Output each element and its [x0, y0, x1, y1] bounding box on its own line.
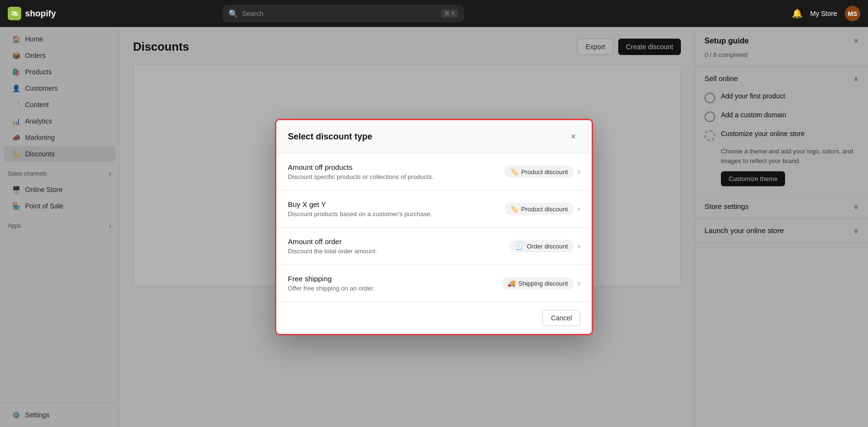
notification-bell-icon[interactable]: 🔔 — [792, 8, 802, 19]
discount-option-left: Amount off products Discount specific pr… — [288, 163, 434, 180]
modal-header: Select discount type × — [276, 120, 592, 153]
modal-overlay[interactable]: Select discount type × Amount off produc… — [0, 27, 868, 427]
shopify-bag-icon: 🛍 — [8, 7, 21, 20]
avatar[interactable]: MS — [845, 6, 860, 21]
tag-icon-1: 🏷️ — [510, 168, 518, 176]
discount-option-right-2: 🏷️ Product discount › — [504, 203, 580, 215]
shopify-wordmark: shopify — [25, 9, 56, 19]
shopify-logo[interactable]: 🛍 shopify — [8, 7, 56, 20]
discount-option-right-3: 🧾 Order discount › — [510, 240, 580, 252]
discount-option-desc-4: Offer free shipping on an order. — [288, 285, 375, 292]
discount-option-amount-off-order[interactable]: Amount off order Discount the total orde… — [276, 228, 592, 265]
discount-option-buy-x-get-y[interactable]: Buy X get Y Discount products based on a… — [276, 191, 592, 228]
discount-option-name: Amount off products — [288, 163, 434, 171]
chevron-right-icon-3: › — [578, 242, 580, 250]
order-discount-badge: 🧾 Order discount — [510, 240, 573, 252]
shipping-discount-badge: 🚚 Shipping discount — [502, 277, 574, 289]
modal-title: Select discount type — [288, 132, 372, 142]
cancel-button[interactable]: Cancel — [542, 310, 580, 326]
product-discount-badge-2: 🏷️ Product discount — [504, 203, 574, 215]
discount-option-name-4: Free shipping — [288, 275, 375, 283]
badge-label-2: Product discount — [521, 206, 568, 213]
search-input[interactable] — [242, 10, 437, 17]
discount-option-right: 🏷️ Product discount › — [504, 165, 580, 178]
badge-label-4: Shipping discount — [518, 280, 568, 287]
discount-option-amount-off-products[interactable]: Amount off products Discount specific pr… — [276, 153, 592, 191]
modal-footer: Cancel — [276, 302, 592, 334]
discount-option-desc-3: Discount the total order amount. — [288, 248, 377, 255]
discount-option-right-4: 🚚 Shipping discount › — [502, 277, 580, 289]
discount-option-free-shipping[interactable]: Free shipping Offer free shipping on an … — [276, 265, 592, 302]
product-discount-badge-1: 🏷️ Product discount — [504, 165, 574, 178]
tag-icon-2: 🏷️ — [510, 205, 518, 213]
truck-icon: 🚚 — [507, 279, 515, 287]
discount-option-name-2: Buy X get Y — [288, 200, 432, 208]
discount-option-desc-2: Discount products based on a customer's … — [288, 210, 432, 218]
modal-body: Amount off products Discount specific pr… — [276, 153, 592, 302]
store-name-label: My Store — [810, 10, 837, 17]
modal-close-button[interactable]: × — [567, 130, 580, 143]
chevron-right-icon-2: › — [578, 205, 580, 213]
top-navigation: 🛍 shopify 🔍 ⌘ K 🔔 My Store MS — [0, 0, 868, 27]
topnav-right: 🔔 My Store MS — [792, 6, 860, 21]
discount-type-modal: Select discount type × Amount off produc… — [275, 119, 593, 335]
discount-option-left-4: Free shipping Offer free shipping on an … — [288, 275, 375, 292]
discount-option-left-2: Buy X get Y Discount products based on a… — [288, 200, 432, 218]
receipt-icon: 🧾 — [515, 242, 524, 250]
discount-option-desc: Discount specific products or collection… — [288, 173, 434, 180]
discount-option-name-3: Amount off order — [288, 237, 377, 246]
chevron-right-icon-4: › — [578, 279, 580, 288]
search-icon: 🔍 — [229, 9, 238, 18]
discount-option-left-3: Amount off order Discount the total orde… — [288, 237, 377, 255]
badge-label-3: Order discount — [527, 243, 568, 250]
search-bar[interactable]: 🔍 ⌘ K — [223, 5, 464, 22]
chevron-right-icon-1: › — [578, 167, 580, 176]
badge-label-1: Product discount — [521, 168, 568, 176]
search-shortcut: ⌘ K — [441, 9, 458, 18]
